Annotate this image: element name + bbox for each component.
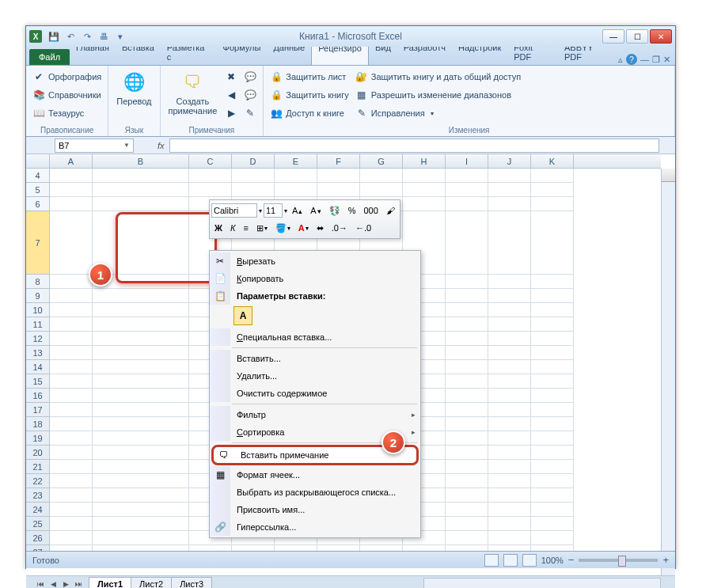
zoom-in-button[interactable]: +	[662, 554, 669, 566]
cell[interactable]	[93, 389, 189, 403]
cell[interactable]	[531, 317, 574, 332]
column-header[interactable]: J	[488, 154, 531, 168]
cell[interactable]	[446, 303, 488, 317]
cell[interactable]	[50, 446, 93, 460]
cell[interactable]	[93, 197, 189, 211]
menu-clear[interactable]: Очистить содержимое	[210, 385, 420, 402]
cell[interactable]	[93, 531, 189, 545]
cell[interactable]	[275, 183, 317, 197]
row-header[interactable]: 17	[26, 403, 50, 417]
cell[interactable]	[446, 374, 488, 389]
show-ink-button[interactable]: ✎	[242, 104, 258, 122]
cell[interactable]	[446, 197, 488, 211]
cell[interactable]	[50, 169, 93, 183]
cell[interactable]	[93, 460, 189, 474]
row-header[interactable]: 26	[26, 531, 50, 545]
cell[interactable]	[488, 289, 531, 303]
cell[interactable]	[531, 417, 574, 431]
menu-hyperlink[interactable]: 🔗Гиперссылка...	[210, 518, 420, 536]
row-header[interactable]: 24	[26, 503, 50, 517]
row-header[interactable]: 7	[26, 211, 50, 275]
cell[interactable]	[531, 275, 574, 289]
font-name-input[interactable]	[211, 203, 257, 218]
cell[interactable]	[531, 197, 574, 211]
cell[interactable]	[446, 431, 488, 446]
cell[interactable]	[93, 346, 189, 360]
cell[interactable]	[488, 303, 531, 317]
prev-sheet-button[interactable]: ◀	[47, 580, 59, 588]
italic-button[interactable]: К	[227, 222, 238, 234]
cell[interactable]	[50, 460, 93, 474]
column-header[interactable]: D	[232, 154, 275, 168]
merge-button[interactable]: ⬌	[313, 222, 327, 235]
menu-insert[interactable]: Вставить...	[210, 350, 420, 367]
cell[interactable]	[50, 517, 93, 531]
cell[interactable]	[488, 460, 531, 474]
cell[interactable]	[446, 183, 488, 197]
cell[interactable]	[531, 211, 574, 275]
cell[interactable]	[488, 389, 531, 403]
cell[interactable]	[189, 169, 232, 183]
row-header[interactable]: 16	[26, 389, 50, 403]
show-hide-button[interactable]: 💬	[242, 68, 258, 85]
cell[interactable]	[446, 474, 488, 488]
row-header[interactable]: 11	[26, 317, 50, 332]
cell[interactable]	[50, 289, 93, 303]
row-header[interactable]: 9	[26, 289, 50, 303]
cell[interactable]	[93, 289, 189, 303]
protect-share-button[interactable]: 🔐Защитить книгу и дать общий доступ	[354, 68, 522, 85]
cell[interactable]	[531, 169, 574, 183]
cell[interactable]	[531, 488, 574, 503]
cell[interactable]	[488, 332, 531, 346]
last-sheet-button[interactable]: ⏭	[72, 580, 85, 588]
row-header[interactable]: 19	[26, 431, 50, 446]
cell[interactable]	[531, 446, 574, 460]
fill-color-button[interactable]: 🪣▾	[272, 222, 294, 235]
cell[interactable]	[531, 332, 574, 346]
cell[interactable]	[50, 211, 93, 275]
cell[interactable]	[403, 197, 446, 211]
row-header[interactable]: 8	[26, 275, 50, 289]
cell[interactable]	[446, 503, 488, 517]
column-header[interactable]: K	[531, 154, 574, 168]
cell[interactable]	[531, 517, 574, 531]
cell[interactable]	[189, 183, 232, 197]
cell[interactable]	[50, 374, 93, 389]
column-header[interactable]: B	[93, 154, 189, 168]
cell[interactable]	[317, 183, 360, 197]
cell[interactable]	[531, 374, 574, 389]
cell[interactable]	[488, 503, 531, 517]
cell[interactable]	[50, 417, 93, 431]
cell[interactable]	[50, 531, 93, 545]
cell[interactable]	[232, 183, 275, 197]
cell[interactable]	[403, 183, 446, 197]
doc-close-icon[interactable]: ✕	[663, 55, 670, 65]
page-layout-button[interactable]	[503, 554, 518, 567]
cell[interactable]	[446, 169, 488, 183]
print-preview-icon[interactable]: 🖶	[97, 29, 111, 44]
cell[interactable]	[93, 303, 189, 317]
menu-filter[interactable]: Фильтр	[210, 406, 420, 423]
cell[interactable]	[50, 183, 93, 197]
cell[interactable]	[488, 417, 531, 431]
cell[interactable]	[446, 211, 488, 275]
cell[interactable]	[446, 488, 488, 503]
cell[interactable]	[50, 403, 93, 417]
cell[interactable]	[403, 169, 446, 183]
accounting-format-button[interactable]: 💱	[326, 204, 344, 218]
row-header[interactable]: 18	[26, 417, 50, 431]
cell[interactable]	[488, 169, 531, 183]
decrease-decimal-button[interactable]: ←.0	[352, 222, 374, 234]
column-header[interactable]: I	[446, 154, 488, 168]
cell[interactable]	[93, 431, 189, 446]
row-header[interactable]: 14	[26, 360, 50, 374]
row-header[interactable]: 25	[26, 517, 50, 531]
cell[interactable]	[360, 169, 403, 183]
cell[interactable]	[93, 503, 189, 517]
maximize-button[interactable]: ☐	[626, 29, 648, 44]
vertical-scrollbar[interactable]	[661, 169, 675, 588]
cell[interactable]	[50, 474, 93, 488]
next-sheet-button[interactable]: ▶	[59, 580, 72, 588]
file-tab[interactable]: Файл	[29, 49, 70, 65]
name-box[interactable]: B7▼	[55, 138, 134, 153]
